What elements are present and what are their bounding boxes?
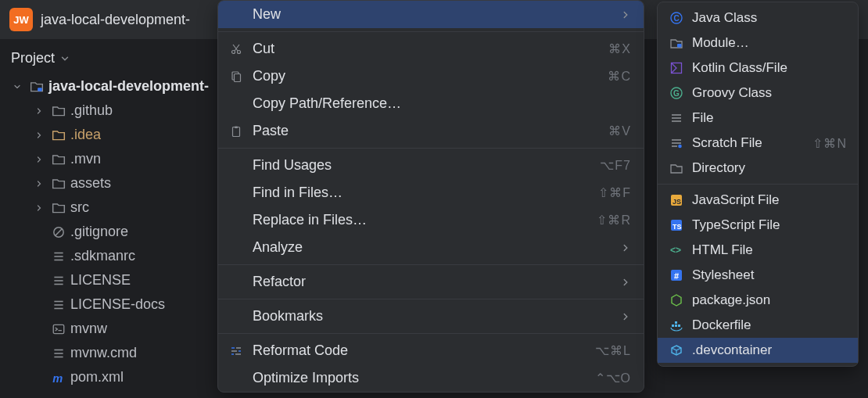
directory-icon — [669, 161, 684, 175]
chevron-down-icon — [13, 82, 25, 91]
menu-item-label: Dockerfile — [692, 317, 751, 333]
menu-item-label: HTML File — [692, 242, 753, 258]
file-icon: m — [52, 371, 66, 385]
menu-shortcut: ⇧⌘N — [812, 136, 847, 151]
menu-shortcut: ⌘C — [608, 69, 631, 84]
js-icon: JS — [669, 193, 684, 207]
menu-item-label: Find in Files… — [253, 185, 343, 201]
file-icon — [669, 111, 684, 125]
chevron-right-icon — [34, 179, 47, 188]
menu-item-bookmarks[interactable]: Bookmarks — [218, 303, 644, 330]
menu-item-label: Kotlin Class/File — [692, 60, 787, 76]
menu-item-label: TypeScript File — [692, 217, 780, 233]
new-item-package-json[interactable]: package.json — [658, 288, 858, 313]
menu-item-label: JavaScript File — [692, 192, 779, 208]
svg-text:C: C — [674, 14, 680, 23]
new-submenu: CJava ClassModule…Kotlin Class/FileGGroo… — [657, 2, 859, 367]
reformat-icon — [229, 345, 243, 357]
svg-rect-20 — [235, 74, 241, 81]
menu-shortcut: ⌥F7 — [600, 158, 631, 173]
chevron-right-icon — [34, 131, 47, 140]
tree-item-label: mvnw.cmd — [70, 345, 137, 361]
menu-item-label: Directory — [692, 160, 745, 176]
menu-item-find-in-files[interactable]: Find in Files…⇧⌘F — [218, 179, 644, 206]
menu-item-cut[interactable]: Cut⌘X — [218, 35, 644, 63]
svg-rect-22 — [235, 126, 238, 128]
menu-item-label: Reformat Code — [253, 342, 348, 359]
menu-item-label: Refactor — [253, 274, 306, 290]
module-icon — [669, 36, 684, 50]
svg-text:JS: JS — [673, 198, 681, 206]
svg-rect-31 — [677, 44, 682, 48]
new-item-kotlin-class-file[interactable]: Kotlin Class/File — [658, 56, 858, 81]
new-item-dockerfile[interactable]: Dockerfile — [658, 313, 858, 338]
menu-item-copy[interactable]: Copy⌘C — [218, 63, 644, 90]
file-icon — [52, 177, 66, 191]
menu-shortcut: ⇧⌘F — [598, 185, 631, 200]
project-title: java-local-development- — [41, 12, 190, 28]
menu-separator — [658, 184, 858, 185]
menu-item-label: Java Class — [692, 10, 757, 26]
chevron-right-icon — [620, 242, 631, 253]
svg-point-41 — [678, 145, 682, 149]
menu-item-label: Analyze — [253, 239, 303, 256]
groovy-icon: G — [669, 86, 684, 100]
file-icon — [52, 249, 66, 264]
new-item-java-class[interactable]: CJava Class — [658, 5, 858, 30]
menu-item-label: Optimize Imports — [253, 370, 359, 386]
menu-item-new[interactable]: New — [218, 1, 644, 28]
tree-item-label: assets — [70, 175, 111, 192]
new-item-scratch-file[interactable]: Scratch File⇧⌘N — [658, 131, 858, 156]
new-item-directory[interactable]: Directory — [658, 156, 858, 181]
svg-text:m: m — [52, 371, 63, 384]
new-item-stylesheet[interactable]: #Stylesheet — [658, 263, 858, 288]
svg-rect-0 — [38, 88, 42, 91]
menu-item-optimize-imports[interactable]: Optimize Imports⌃⌥O — [218, 364, 644, 392]
menu-item-label: Bookmarks — [253, 308, 323, 324]
tree-item-label: LICENSE — [70, 272, 131, 289]
menu-item-label: Stylesheet — [692, 267, 754, 283]
chevron-right-icon — [620, 277, 631, 288]
new-item-html-file[interactable]: <>HTML File — [658, 238, 858, 263]
file-icon — [52, 225, 66, 239]
project-badge: JW — [9, 8, 33, 31]
new-item-groovy-class[interactable]: GGroovy Class — [658, 81, 858, 106]
docker-icon — [669, 318, 684, 332]
devcontainer-icon — [669, 343, 684, 357]
chevron-right-icon — [620, 311, 631, 322]
menu-item-label: File — [692, 110, 713, 126]
tree-item-label: LICENSE-docs — [70, 296, 165, 313]
cut-icon — [229, 43, 243, 56]
menu-item-replace-in-files[interactable]: Replace in Files…⇧⌘R — [218, 206, 644, 234]
tree-item-label: mvnw — [70, 321, 107, 337]
menu-item-analyze[interactable]: Analyze — [218, 234, 644, 261]
project-panel-title: Project — [11, 50, 55, 66]
menu-item-label: package.json — [692, 292, 770, 308]
svg-text:TS: TS — [673, 223, 682, 231]
menu-item-copy-path-reference[interactable]: Copy Path/Reference… — [218, 90, 644, 117]
new-item-typescript-file[interactable]: TSTypeScript File — [658, 213, 858, 238]
menu-item-refactor[interactable]: Refactor — [218, 268, 644, 296]
new-item-devcontainer[interactable]: .devcontainer — [658, 338, 858, 363]
menu-separator — [218, 31, 644, 32]
menu-item-label: Paste — [253, 123, 289, 139]
scratch-icon — [669, 136, 684, 150]
new-item-file[interactable]: File — [658, 106, 858, 131]
menu-item-paste[interactable]: Paste⌘V — [218, 117, 644, 145]
menu-item-find-usages[interactable]: Find Usages⌥F7 — [218, 152, 644, 179]
tree-item-label: .github — [70, 102, 113, 119]
new-item-module[interactable]: Module… — [658, 30, 858, 56]
new-item-javascript-file[interactable]: JSJavaScript File — [658, 188, 858, 213]
menu-item-reformat-code[interactable]: Reformat Code⌥⌘L — [218, 337, 644, 364]
menu-shortcut: ⌘X — [608, 41, 631, 56]
chevron-right-icon — [34, 155, 47, 164]
svg-text:#: # — [674, 271, 679, 281]
svg-point-18 — [238, 50, 241, 53]
svg-rect-50 — [675, 324, 677, 327]
ts-icon: TS — [669, 218, 684, 232]
menu-item-label: New — [253, 6, 281, 23]
menu-item-label: Scratch File — [692, 135, 762, 151]
menu-item-label: Replace in Files… — [253, 212, 367, 228]
menu-shortcut: ⌃⌥O — [595, 371, 631, 385]
kotlin-icon — [669, 61, 684, 75]
